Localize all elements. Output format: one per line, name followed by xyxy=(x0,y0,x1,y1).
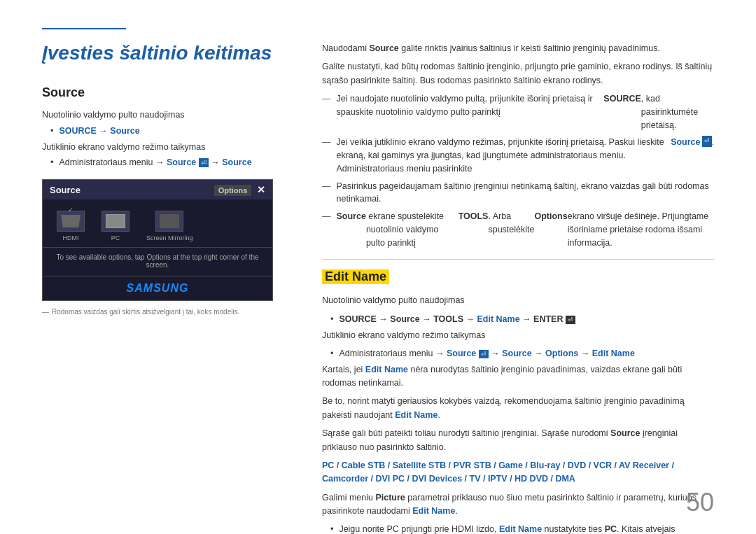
edit-para2: Be to, norint matyti geriausios kokybės … xyxy=(322,395,714,422)
source-icon-mirror[interactable]: Screen Mirroring xyxy=(146,211,193,241)
right-intro1: Naudodami Source galite rinktis įvairius… xyxy=(322,42,714,55)
page-title: Įvesties šaltinio keitimas xyxy=(42,42,294,64)
source-options-btn[interactable]: Options xyxy=(214,185,252,196)
source-box-header: Source Options ✕ xyxy=(43,180,272,199)
left-bullet2: • Administratoriaus meniu → Source ⏎ → S… xyxy=(42,156,294,169)
edit-para1: Kartais, jei Edit Name nėra nurodytas ša… xyxy=(322,363,714,391)
left-footnote: Rodomas vaizdas gali skirtis atsižvelgia… xyxy=(42,308,294,316)
edit-bullet1-text: SOURCE → Source → TOOLS → Edit Name → EN… xyxy=(339,313,575,326)
edit-para4: Galimi meniu Picture parametrai priklaus… xyxy=(322,491,714,519)
right-dash2: Jei veikia jutiklinio ekrano valdymo rež… xyxy=(322,136,714,175)
edit-devices: PC / Cable STB / Satellite STB / PVR STB… xyxy=(322,459,714,486)
mirror-icon xyxy=(160,214,179,228)
source-box: Source Options ✕ HDMI xyxy=(42,179,273,301)
pc-icon xyxy=(106,214,125,228)
hdmi-icon-box xyxy=(57,211,85,232)
left-column: Įvesties šaltinio keitimas Source Nuotol… xyxy=(42,42,294,534)
bullet-dot2: • xyxy=(50,156,53,169)
edit-text2: Jutiklinio ekrano valdymo režimo taikyma… xyxy=(322,329,714,342)
page-number: 50 xyxy=(686,488,714,517)
left-text1: Nuotolinio valdymo pulto naudojimas xyxy=(42,108,294,122)
edit-para3: Sąraše gali būti pateikti toliau nurodyt… xyxy=(322,427,714,454)
edit-bullet3-text: Jeigu norite PC prijungti prie HDMI lizd… xyxy=(339,523,714,534)
mirror-label: Screen Mirroring xyxy=(146,234,193,241)
pc-label: PC xyxy=(111,234,120,241)
edit-name-title: Edit Name xyxy=(322,269,389,284)
content-area: Įvesties šaltinio keitimas Source Nuotol… xyxy=(42,42,714,534)
source-box-title: Source xyxy=(50,185,80,195)
section-divider xyxy=(322,259,714,260)
right-intro2: Galite nustatyti, kad būtų rodomas šalti… xyxy=(322,60,714,87)
bullet-dot: • xyxy=(50,125,53,138)
left-text2: Jutiklinio ekrano valdymo režimo taikyma… xyxy=(42,141,294,154)
source-section-title: Source xyxy=(42,85,294,100)
edit-bullet-dot1: • xyxy=(330,313,333,326)
hdmi-icon xyxy=(61,215,80,227)
edit-bullet3: • Jeigu norite PC prijungti prie HDMI li… xyxy=(322,523,714,534)
source-box-controls: Options ✕ xyxy=(214,184,265,195)
right-column: Naudodami Source galite rinktis įvairius… xyxy=(322,42,714,534)
source-box-message: To see available options, tap Options at… xyxy=(43,247,272,276)
edit-text1: Nuotolinio valdymo pulto naudojimas xyxy=(322,294,714,307)
right-dash1: Jei naudojate nuotolinio valdymo pultą, … xyxy=(322,92,714,132)
samsung-logo-text: SAMSUNG xyxy=(127,282,189,294)
page-container: Įvesties šaltinio keitimas Source Nuotol… xyxy=(0,0,756,534)
source-icons-row: HDMI PC Screen Mirroring xyxy=(43,199,272,247)
left-bullet1: • SOURCE → Source xyxy=(42,125,294,138)
samsung-logo: SAMSUNG xyxy=(43,276,272,300)
source-icon-pc[interactable]: PC xyxy=(102,211,130,241)
bullet2-text: Administratoriaus meniu → Source ⏎ → Sou… xyxy=(59,156,251,169)
bullet1-text: SOURCE → Source xyxy=(59,125,139,138)
right-dash4: Source ekrane spustelėkite nuotolinio va… xyxy=(322,210,714,249)
edit-bullet2: • Administratoriaus meniu → Source ⏎ → S… xyxy=(322,347,714,360)
source-close-btn[interactable]: ✕ xyxy=(257,184,265,195)
edit-bullet-dot3: • xyxy=(330,523,333,534)
edit-bullet-dot2: • xyxy=(330,347,333,360)
right-dash3: Pasirinkus pageidaujamam šaltinio įrengi… xyxy=(322,180,714,206)
mirror-icon-box xyxy=(155,211,183,232)
pc-icon-box xyxy=(102,211,130,232)
hdmi-label: HDMI xyxy=(63,234,79,241)
edit-bullet1: • SOURCE → Source → TOOLS → Edit Name → … xyxy=(322,313,714,326)
edit-bullet2-text: Administratoriaus meniu → Source ⏎ → Sou… xyxy=(339,347,635,360)
source-icon-hdmi[interactable]: HDMI xyxy=(57,211,85,241)
